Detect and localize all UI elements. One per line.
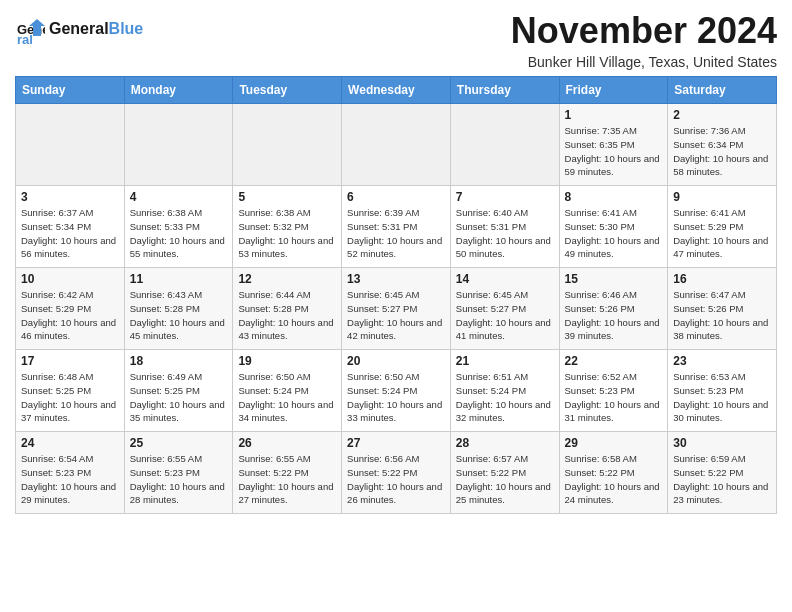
calendar-cell	[16, 104, 125, 186]
day-info: Sunrise: 6:46 AM Sunset: 5:26 PM Dayligh…	[565, 288, 663, 343]
weekday-header: Sunday	[16, 77, 125, 104]
weekday-header: Friday	[559, 77, 668, 104]
day-info: Sunrise: 6:44 AM Sunset: 5:28 PM Dayligh…	[238, 288, 336, 343]
calendar-week-row: 3Sunrise: 6:37 AM Sunset: 5:34 PM Daylig…	[16, 186, 777, 268]
day-info: Sunrise: 6:57 AM Sunset: 5:22 PM Dayligh…	[456, 452, 554, 507]
day-number: 28	[456, 436, 554, 450]
location-title: Bunker Hill Village, Texas, United State…	[511, 54, 777, 70]
calendar-cell: 14Sunrise: 6:45 AM Sunset: 5:27 PM Dayli…	[450, 268, 559, 350]
calendar-cell: 7Sunrise: 6:40 AM Sunset: 5:31 PM Daylig…	[450, 186, 559, 268]
day-info: Sunrise: 6:40 AM Sunset: 5:31 PM Dayligh…	[456, 206, 554, 261]
calendar-cell: 17Sunrise: 6:48 AM Sunset: 5:25 PM Dayli…	[16, 350, 125, 432]
day-number: 25	[130, 436, 228, 450]
calendar-cell: 21Sunrise: 6:51 AM Sunset: 5:24 PM Dayli…	[450, 350, 559, 432]
calendar-week-row: 1Sunrise: 7:35 AM Sunset: 6:35 PM Daylig…	[16, 104, 777, 186]
day-info: Sunrise: 6:52 AM Sunset: 5:23 PM Dayligh…	[565, 370, 663, 425]
day-number: 18	[130, 354, 228, 368]
day-info: Sunrise: 6:41 AM Sunset: 5:30 PM Dayligh…	[565, 206, 663, 261]
day-number: 15	[565, 272, 663, 286]
title-block: November 2024 Bunker Hill Village, Texas…	[511, 10, 777, 70]
day-number: 11	[130, 272, 228, 286]
calendar-cell: 1Sunrise: 7:35 AM Sunset: 6:35 PM Daylig…	[559, 104, 668, 186]
day-number: 13	[347, 272, 445, 286]
day-number: 22	[565, 354, 663, 368]
day-number: 14	[456, 272, 554, 286]
weekday-header: Wednesday	[342, 77, 451, 104]
calendar-cell: 28Sunrise: 6:57 AM Sunset: 5:22 PM Dayli…	[450, 432, 559, 514]
weekday-header: Thursday	[450, 77, 559, 104]
day-number: 7	[456, 190, 554, 204]
day-number: 16	[673, 272, 771, 286]
day-number: 29	[565, 436, 663, 450]
day-number: 1	[565, 108, 663, 122]
day-info: Sunrise: 6:58 AM Sunset: 5:22 PM Dayligh…	[565, 452, 663, 507]
calendar-cell: 18Sunrise: 6:49 AM Sunset: 5:25 PM Dayli…	[124, 350, 233, 432]
day-number: 5	[238, 190, 336, 204]
day-info: Sunrise: 6:59 AM Sunset: 5:22 PM Dayligh…	[673, 452, 771, 507]
logo-general: General	[49, 20, 109, 37]
calendar-cell: 5Sunrise: 6:38 AM Sunset: 5:32 PM Daylig…	[233, 186, 342, 268]
day-info: Sunrise: 6:50 AM Sunset: 5:24 PM Dayligh…	[347, 370, 445, 425]
day-info: Sunrise: 6:42 AM Sunset: 5:29 PM Dayligh…	[21, 288, 119, 343]
day-info: Sunrise: 7:35 AM Sunset: 6:35 PM Dayligh…	[565, 124, 663, 179]
calendar-cell: 25Sunrise: 6:55 AM Sunset: 5:23 PM Dayli…	[124, 432, 233, 514]
calendar-cell: 20Sunrise: 6:50 AM Sunset: 5:24 PM Dayli…	[342, 350, 451, 432]
day-number: 24	[21, 436, 119, 450]
calendar-cell	[124, 104, 233, 186]
day-number: 19	[238, 354, 336, 368]
calendar-cell	[450, 104, 559, 186]
day-info: Sunrise: 6:53 AM Sunset: 5:23 PM Dayligh…	[673, 370, 771, 425]
day-number: 12	[238, 272, 336, 286]
day-number: 8	[565, 190, 663, 204]
calendar-cell: 30Sunrise: 6:59 AM Sunset: 5:22 PM Dayli…	[668, 432, 777, 514]
logo: Gene ral GeneralBlue	[15, 14, 143, 44]
calendar-cell: 29Sunrise: 6:58 AM Sunset: 5:22 PM Dayli…	[559, 432, 668, 514]
day-info: Sunrise: 6:38 AM Sunset: 5:33 PM Dayligh…	[130, 206, 228, 261]
calendar-week-row: 24Sunrise: 6:54 AM Sunset: 5:23 PM Dayli…	[16, 432, 777, 514]
day-info: Sunrise: 6:55 AM Sunset: 5:23 PM Dayligh…	[130, 452, 228, 507]
calendar-cell: 4Sunrise: 6:38 AM Sunset: 5:33 PM Daylig…	[124, 186, 233, 268]
calendar-cell: 3Sunrise: 6:37 AM Sunset: 5:34 PM Daylig…	[16, 186, 125, 268]
day-info: Sunrise: 6:43 AM Sunset: 5:28 PM Dayligh…	[130, 288, 228, 343]
calendar-cell: 19Sunrise: 6:50 AM Sunset: 5:24 PM Dayli…	[233, 350, 342, 432]
day-info: Sunrise: 6:37 AM Sunset: 5:34 PM Dayligh…	[21, 206, 119, 261]
day-number: 26	[238, 436, 336, 450]
day-info: Sunrise: 6:48 AM Sunset: 5:25 PM Dayligh…	[21, 370, 119, 425]
day-info: Sunrise: 6:51 AM Sunset: 5:24 PM Dayligh…	[456, 370, 554, 425]
calendar-cell: 16Sunrise: 6:47 AM Sunset: 5:26 PM Dayli…	[668, 268, 777, 350]
calendar-cell: 12Sunrise: 6:44 AM Sunset: 5:28 PM Dayli…	[233, 268, 342, 350]
calendar-cell: 27Sunrise: 6:56 AM Sunset: 5:22 PM Dayli…	[342, 432, 451, 514]
day-number: 30	[673, 436, 771, 450]
month-title: November 2024	[511, 10, 777, 52]
day-info: Sunrise: 6:39 AM Sunset: 5:31 PM Dayligh…	[347, 206, 445, 261]
day-info: Sunrise: 6:55 AM Sunset: 5:22 PM Dayligh…	[238, 452, 336, 507]
calendar-table: SundayMondayTuesdayWednesdayThursdayFrid…	[15, 76, 777, 514]
day-info: Sunrise: 6:45 AM Sunset: 5:27 PM Dayligh…	[456, 288, 554, 343]
calendar-header-row: SundayMondayTuesdayWednesdayThursdayFrid…	[16, 77, 777, 104]
weekday-header: Tuesday	[233, 77, 342, 104]
day-number: 27	[347, 436, 445, 450]
calendar-week-row: 10Sunrise: 6:42 AM Sunset: 5:29 PM Dayli…	[16, 268, 777, 350]
calendar-cell: 23Sunrise: 6:53 AM Sunset: 5:23 PM Dayli…	[668, 350, 777, 432]
day-number: 10	[21, 272, 119, 286]
logo-icon: Gene ral	[15, 14, 45, 44]
day-info: Sunrise: 6:56 AM Sunset: 5:22 PM Dayligh…	[347, 452, 445, 507]
page-header: Gene ral GeneralBlue November 2024 Bunke…	[15, 10, 777, 70]
day-number: 3	[21, 190, 119, 204]
day-info: Sunrise: 6:47 AM Sunset: 5:26 PM Dayligh…	[673, 288, 771, 343]
calendar-body: 1Sunrise: 7:35 AM Sunset: 6:35 PM Daylig…	[16, 104, 777, 514]
day-number: 6	[347, 190, 445, 204]
calendar-cell: 9Sunrise: 6:41 AM Sunset: 5:29 PM Daylig…	[668, 186, 777, 268]
day-info: Sunrise: 6:45 AM Sunset: 5:27 PM Dayligh…	[347, 288, 445, 343]
svg-text:ral: ral	[17, 32, 33, 44]
day-info: Sunrise: 6:41 AM Sunset: 5:29 PM Dayligh…	[673, 206, 771, 261]
calendar-cell: 10Sunrise: 6:42 AM Sunset: 5:29 PM Dayli…	[16, 268, 125, 350]
calendar-cell: 24Sunrise: 6:54 AM Sunset: 5:23 PM Dayli…	[16, 432, 125, 514]
calendar-cell	[233, 104, 342, 186]
day-info: Sunrise: 6:50 AM Sunset: 5:24 PM Dayligh…	[238, 370, 336, 425]
calendar-cell: 6Sunrise: 6:39 AM Sunset: 5:31 PM Daylig…	[342, 186, 451, 268]
calendar-cell: 2Sunrise: 7:36 AM Sunset: 6:34 PM Daylig…	[668, 104, 777, 186]
calendar-cell: 26Sunrise: 6:55 AM Sunset: 5:22 PM Dayli…	[233, 432, 342, 514]
day-number: 9	[673, 190, 771, 204]
day-info: Sunrise: 6:49 AM Sunset: 5:25 PM Dayligh…	[130, 370, 228, 425]
